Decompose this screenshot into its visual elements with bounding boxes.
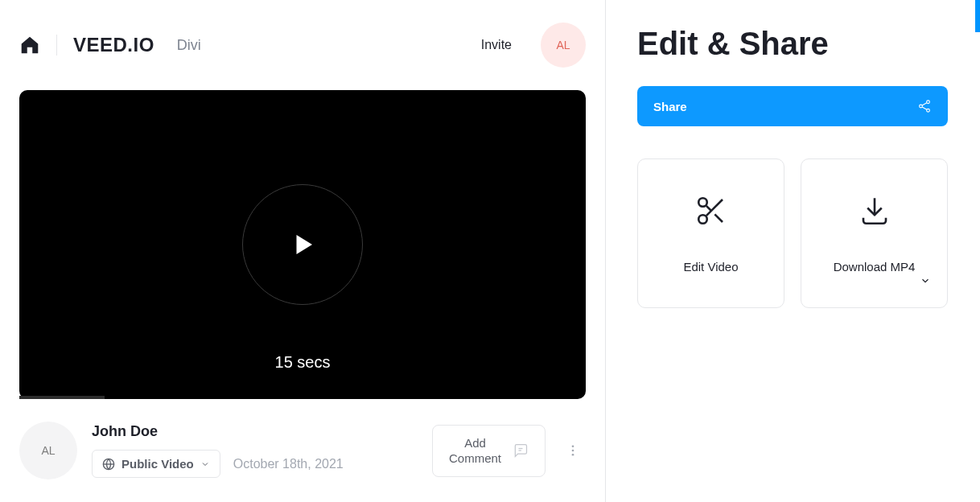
share-label: Share [653, 100, 687, 113]
svg-point-6 [572, 454, 574, 456]
play-button[interactable] [242, 184, 363, 305]
edit-video-label: Edit Video [683, 260, 738, 274]
progress-bar[interactable] [19, 396, 105, 399]
header-divider [56, 35, 57, 56]
globe-icon [102, 458, 115, 471]
brand-logo[interactable]: VEED.IO [73, 34, 154, 56]
author-name: John Doe [92, 423, 344, 440]
svg-point-5 [572, 450, 574, 452]
project-name: Divi [177, 37, 201, 54]
share-icon [917, 99, 932, 113]
more-button[interactable] [560, 443, 586, 458]
svg-point-4 [572, 445, 574, 447]
invite-button[interactable]: Invite [481, 38, 512, 52]
download-mp4-card[interactable]: Download MP4 [801, 158, 948, 308]
download-icon [858, 194, 891, 228]
video-duration: 15 secs [275, 353, 331, 372]
add-comment-button[interactable]: Add Comment [432, 425, 546, 477]
svg-line-11 [922, 107, 927, 109]
svg-point-9 [927, 109, 930, 112]
chevron-down-icon [920, 275, 931, 290]
scissors-icon [694, 194, 728, 228]
video-date: October 18th, 2021 [233, 457, 344, 471]
download-label: Download MP4 [834, 260, 916, 274]
more-vertical-icon [566, 443, 580, 458]
comment-icon [513, 442, 529, 459]
svg-line-15 [714, 214, 723, 222]
home-icon[interactable] [19, 35, 40, 56]
play-icon [288, 230, 317, 259]
app-header: VEED.IO Divi Invite AL [19, 23, 586, 68]
accent-bar [975, 0, 980, 32]
svg-line-10 [922, 103, 927, 105]
svg-point-7 [927, 101, 930, 104]
svg-line-16 [706, 205, 710, 210]
visibility-dropdown[interactable]: Public Video [92, 450, 220, 478]
svg-point-8 [920, 105, 923, 108]
chevron-down-icon [200, 459, 210, 469]
avatar[interactable]: AL [541, 23, 586, 68]
share-button[interactable]: Share [637, 86, 948, 126]
edit-video-card[interactable]: Edit Video [637, 158, 784, 308]
svg-point-13 [698, 215, 707, 224]
add-comment-label: Add Comment [449, 435, 501, 467]
video-player[interactable]: 15 secs [19, 90, 586, 399]
visibility-label: Public Video [121, 457, 194, 471]
panel-title: Edit & Share [637, 26, 948, 62]
svg-point-12 [698, 198, 707, 207]
author-avatar[interactable]: AL [19, 422, 77, 479]
